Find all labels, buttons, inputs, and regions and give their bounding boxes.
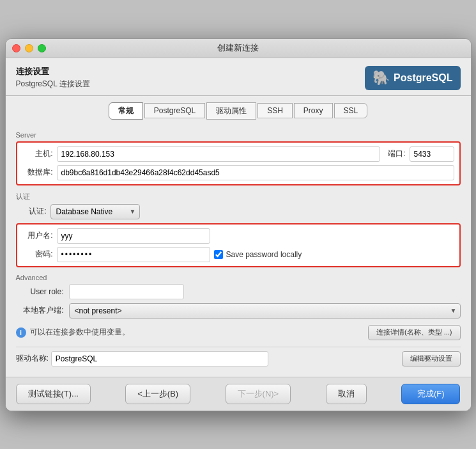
db-label: 数据库: [22, 167, 53, 178]
credentials-box: 用户名: 密码: Save password locally [16, 223, 461, 267]
window-title: 创建新连接 [217, 42, 259, 54]
port-label: 端口: [388, 148, 405, 159]
tab-proxy[interactable]: Proxy [294, 103, 333, 118]
traffic-lights [12, 44, 46, 52]
save-password-label[interactable]: Save password locally [214, 250, 302, 259]
logo-text: PostgreSQL [394, 72, 452, 84]
test-connection-button[interactable]: 测试链接(T)... [16, 384, 91, 404]
form-body: Server 主机: 端口: 数据库: 认证 认证: Database Nati… [6, 131, 471, 377]
connection-details-button[interactable]: 连接详情(名称、类型 ...) [368, 325, 461, 340]
auth-section-label: 认证 [16, 192, 461, 201]
header-left: 连接设置 PostgreSQL 连接设置 [16, 66, 90, 90]
username-input[interactable] [57, 228, 210, 244]
password-label: 密码: [22, 249, 53, 260]
minimize-button[interactable] [25, 44, 33, 52]
local-client-label: 本地客户端: [16, 305, 64, 316]
host-input[interactable] [57, 146, 381, 162]
save-password-checkbox[interactable] [214, 250, 223, 259]
close-button[interactable] [12, 44, 20, 52]
footer-section: 测试链接(T)... <上一步(B) 下一步(N)> 取消 完成(F) [6, 377, 471, 411]
host-label: 主机: [22, 148, 53, 159]
auth-type-row: 认证: Database Native ▼ [16, 204, 461, 219]
db-row: 数据库: [22, 165, 454, 180]
db-input[interactable] [57, 165, 454, 180]
tab-ssh[interactable]: SSH [257, 103, 293, 118]
elephant-icon: 🐘 [372, 70, 390, 86]
back-button[interactable]: <上一步(B) [125, 384, 190, 404]
port-input[interactable] [410, 146, 454, 162]
next-button[interactable]: 下一步(N)> [226, 384, 291, 404]
driver-name-input[interactable] [51, 351, 268, 366]
finish-button[interactable]: 完成(F) [401, 384, 461, 404]
info-left: i 可以在连接参数中使用变量。 [16, 327, 130, 338]
info-message: 可以在连接参数中使用变量。 [30, 327, 130, 338]
info-icon: i [16, 327, 26, 338]
auth-select-wrapper: Database Native ▼ [50, 204, 140, 219]
server-box: 主机: 端口: 数据库: [16, 141, 461, 185]
advanced-section: Advanced User role: 本地客户端: <not present>… [16, 274, 461, 319]
auth-label: 认证: [16, 206, 47, 217]
password-row: 密码: Save password locally [22, 247, 454, 262]
local-client-select-wrapper: <not present> ▼ [69, 303, 461, 319]
username-row: 用户名: [22, 228, 454, 244]
local-client-select[interactable]: <not present> [69, 303, 461, 319]
driver-row: 驱动名称: 编辑驱动设置 [16, 347, 461, 370]
username-label: 用户名: [22, 230, 53, 241]
section-subtitle: PostgreSQL 连接设置 [16, 79, 90, 90]
tabs-bar: 常规 PostgreSQL 驱动属性 SSH Proxy SSL [6, 96, 471, 126]
section-title: 连接设置 [16, 66, 90, 77]
cancel-button[interactable]: 取消 [326, 384, 367, 404]
auth-section: 认证 认证: Database Native ▼ [16, 192, 461, 219]
maximize-button[interactable] [38, 44, 46, 52]
tab-ssl[interactable]: SSL [334, 103, 368, 118]
postgres-logo: 🐘 PostgreSQL [365, 66, 460, 90]
tab-postgresql[interactable]: PostgreSQL [144, 103, 205, 118]
main-window: 创建新连接 连接设置 PostgreSQL 连接设置 🐘 PostgreSQL … [5, 38, 472, 411]
header-section: 连接设置 PostgreSQL 连接设置 🐘 PostgreSQL [6, 58, 471, 95]
edit-driver-button[interactable]: 编辑驱动设置 [402, 351, 461, 366]
driver-info: 驱动名称: [16, 351, 268, 366]
title-bar: 创建新连接 [6, 39, 471, 58]
host-row: 主机: 端口: [22, 146, 454, 162]
advanced-section-label: Advanced [16, 274, 461, 281]
tab-driver-properties[interactable]: 驱动属性 [206, 102, 256, 120]
user-role-label: User role: [16, 287, 64, 296]
user-role-input[interactable] [69, 284, 184, 299]
local-client-row: 本地客户端: <not present> ▼ [16, 303, 461, 319]
info-row: i 可以在连接参数中使用变量。 连接详情(名称、类型 ...) [16, 325, 461, 340]
auth-select[interactable]: Database Native [50, 204, 140, 219]
driver-label: 驱动名称: [16, 353, 49, 364]
server-section-label: Server [16, 131, 461, 139]
user-role-row: User role: [16, 284, 461, 299]
password-input[interactable] [57, 247, 210, 262]
tab-general[interactable]: 常规 [109, 102, 143, 120]
